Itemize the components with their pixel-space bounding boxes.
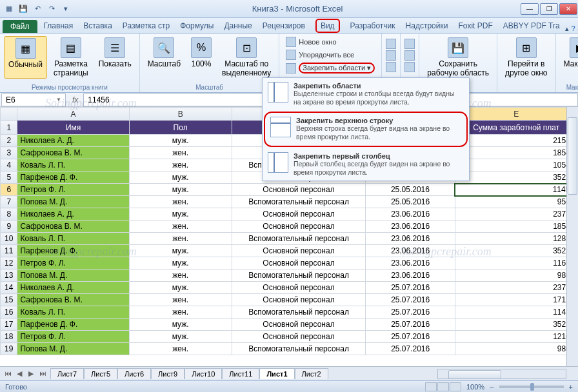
cell-sex[interactable]: муж.	[129, 172, 232, 184]
cell-cat[interactable]: Основной персонал	[232, 184, 366, 196]
freeze-option-all[interactable]: Закрепить областиВыделенные строки и сто…	[263, 78, 469, 110]
cell-name[interactable]: Парфенов Д. Ф.	[17, 318, 129, 331]
qat-more-icon[interactable]: ▾	[59, 3, 72, 15]
row-header-15[interactable]: 15	[1, 294, 17, 306]
data-header[interactable]: Имя	[17, 121, 129, 135]
cell-date[interactable]: 23.06.2016	[366, 245, 455, 257]
zoom-slider[interactable]	[499, 386, 564, 388]
close-button[interactable]: ✕	[559, 3, 577, 15]
data-header[interactable]: Пол	[129, 121, 232, 135]
tab-Главная[interactable]: Главная	[39, 19, 79, 33]
sheet-tab-Лист5[interactable]: Лист5	[84, 368, 117, 379]
cell-sex[interactable]: муж.	[129, 245, 232, 257]
row-header-16[interactable]: 16	[1, 306, 17, 318]
zoom-100-button[interactable]: %100%	[187, 36, 215, 79]
row-header-10[interactable]: 10	[1, 233, 17, 245]
cell-sex[interactable]: жен.	[129, 306, 232, 318]
cell-name[interactable]: Сафронова В. М.	[17, 220, 129, 233]
file-tab[interactable]: Файл	[3, 20, 37, 33]
tab-Разметка стр[interactable]: Разметка стр	[117, 19, 175, 33]
cell-sum[interactable]: 23754	[455, 208, 577, 220]
cell-name[interactable]: Коваль Л. П.	[17, 306, 129, 318]
sheet-tab-Лист10[interactable]: Лист10	[184, 368, 222, 379]
row-header-11[interactable]: 11	[1, 245, 17, 257]
save-icon[interactable]: 💾	[17, 3, 30, 15]
cell-sex[interactable]: муж.	[129, 331, 232, 343]
maximize-button[interactable]: ❐	[540, 3, 558, 15]
help-icon[interactable]: ?	[572, 24, 575, 33]
row-header-12[interactable]: 12	[1, 257, 17, 270]
tab-Foxit PDF[interactable]: Foxit PDF	[453, 19, 497, 33]
data-header[interactable]: Сумма заработной плат	[455, 121, 577, 135]
break-shortcut-icon[interactable]	[450, 382, 461, 391]
cell-sex[interactable]: жен.	[129, 343, 232, 355]
cell-name[interactable]: Сафронова В. М.	[17, 147, 129, 159]
cell-cat[interactable]: Вспомогательный персонал	[232, 270, 366, 282]
tab-Надстройки[interactable]: Надстройки	[401, 19, 453, 33]
cell-date[interactable]: 23.06.2016	[366, 208, 455, 220]
cell-sex[interactable]: жен.	[129, 196, 232, 208]
sheet-tab-Лист2[interactable]: Лист2	[295, 368, 328, 379]
cell-sum[interactable]: 9800	[455, 270, 577, 282]
cell-date[interactable]: 25.07.2016	[366, 318, 455, 331]
cell-sum[interactable]: 35254	[455, 245, 577, 257]
cell-name[interactable]: Попова М. Д.	[17, 343, 129, 355]
cell-sex[interactable]: жен.	[129, 270, 232, 282]
cell-cat[interactable]: Вспомогательный персонал	[232, 343, 366, 355]
undo-icon[interactable]: ↶	[31, 3, 44, 15]
col-header-corner[interactable]	[1, 108, 17, 121]
zoom-out-icon[interactable]: −	[490, 383, 493, 391]
cell-name[interactable]: Сафронова В. М.	[17, 294, 129, 306]
sheet-last-icon[interactable]: ⏭	[37, 369, 48, 378]
cell-sum[interactable]: 12102	[455, 331, 577, 343]
row-header-2[interactable]: 2	[1, 135, 17, 147]
cell-date[interactable]: 23.06.2016	[366, 270, 455, 282]
row-header-6[interactable]: 6	[1, 184, 17, 196]
page-layout-button[interactable]: ▤ Разметка страницы	[50, 36, 92, 79]
cell-cat[interactable]: Основной персонал	[232, 294, 366, 306]
minimize-button[interactable]: —	[521, 3, 539, 15]
cell-sex[interactable]: муж.	[129, 208, 232, 220]
sheet-tab-Лист7[interactable]: Лист7	[50, 368, 84, 379]
freeze-panes-button[interactable]: Закрепить области ▾	[283, 62, 377, 74]
excel-icon[interactable]: ▦	[3, 3, 15, 15]
split-icon[interactable]	[386, 39, 396, 49]
cell-cat[interactable]: Основной персонал	[232, 257, 366, 270]
cell-name[interactable]: Парфенов Д. Ф.	[17, 245, 129, 257]
row-header-5[interactable]: 5	[1, 172, 17, 184]
cell-date[interactable]: 23.06.2016	[366, 220, 455, 233]
tab-Вставка[interactable]: Вставка	[78, 19, 117, 33]
cell-sum[interactable]: 11456	[455, 306, 577, 318]
col-header-B[interactable]: B	[129, 108, 232, 121]
sheet-next-icon[interactable]: ▶	[26, 369, 36, 378]
layout-shortcut-icon[interactable]	[437, 382, 449, 391]
namebox-dropdown-icon[interactable]: ▼	[56, 97, 61, 103]
cell-date[interactable]: 23.06.2016	[366, 257, 455, 270]
name-box[interactable]: E6▼	[1, 93, 66, 106]
zoom-label[interactable]: 100%	[466, 383, 484, 391]
cell-sum[interactable]: 18546	[455, 220, 577, 233]
row-header-13[interactable]: 13	[1, 270, 17, 282]
cell-sex[interactable]: муж.	[129, 135, 232, 147]
tab-Данные[interactable]: Данные	[219, 19, 257, 33]
unhide-icon[interactable]	[386, 62, 396, 72]
cell-cat[interactable]: Основной персонал	[232, 282, 366, 294]
sheet-tab-Лист11[interactable]: Лист11	[222, 368, 259, 379]
tab-Рецензиров[interactable]: Рецензиров	[257, 19, 310, 33]
cell-sum[interactable]: 23754	[455, 282, 577, 294]
cell-sum[interactable]: 9564	[455, 196, 577, 208]
tab-Вид[interactable]: Вид	[310, 19, 345, 33]
col-header-E[interactable]: E	[455, 108, 577, 121]
cell-sex[interactable]: жен.	[129, 159, 232, 172]
save-workspace-button[interactable]: 💾Сохранить рабочую область	[423, 36, 493, 79]
switch-window-button[interactable]: ⊞Перейти в другое окно	[501, 36, 552, 79]
row-header-4[interactable]: 4	[1, 159, 17, 172]
sheet-tab-Лист6[interactable]: Лист6	[117, 368, 151, 379]
sheet-first-icon[interactable]: ⏮	[3, 369, 13, 378]
cell-sum[interactable]: 11456	[455, 184, 577, 196]
row-header-7[interactable]: 7	[1, 196, 17, 208]
cell-cat[interactable]: Вспомогательный персонал	[232, 233, 366, 245]
cell-sum[interactable]: 9800	[455, 343, 577, 355]
cell-sum[interactable]: 11698	[455, 257, 577, 270]
zoom-in-icon[interactable]: +	[569, 383, 573, 391]
